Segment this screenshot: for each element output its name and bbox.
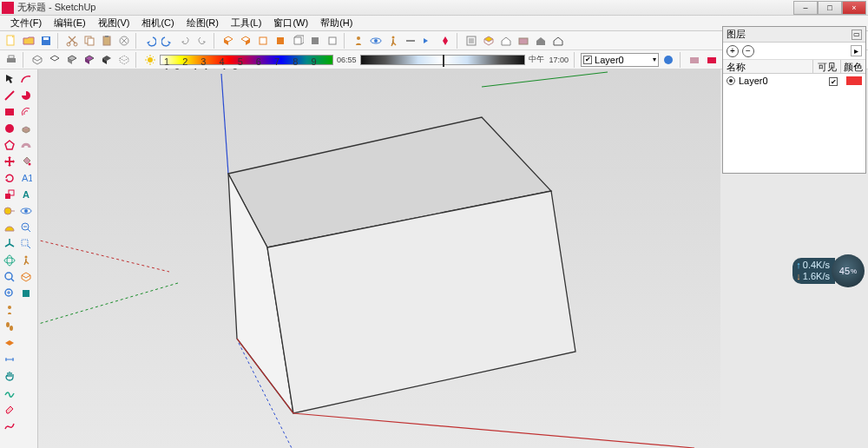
plugin-tool[interactable] (18, 286, 34, 301)
layers-menu-button[interactable]: ▸ (851, 45, 862, 56)
camera-top-button[interactable] (255, 33, 271, 49)
text-tool[interactable]: A1 (18, 170, 34, 186)
open-file-button[interactable] (21, 33, 36, 49)
orbit-tool[interactable] (2, 253, 17, 268)
shaded-tex-button[interactable] (82, 52, 97, 68)
circle-tool[interactable] (2, 121, 17, 136)
monochrome-button[interactable] (99, 52, 115, 68)
offset-tool[interactable] (18, 104, 34, 120)
menu-file[interactable]: 文件(F) (5, 16, 47, 30)
scale-tool[interactable] (2, 187, 17, 202)
toggle-2-button[interactable] (437, 33, 453, 49)
footprints-tool[interactable] (2, 319, 17, 334)
layer-row[interactable]: Layer0 ✔ (723, 74, 865, 88)
viewport[interactable] (0, 69, 720, 448)
col-name[interactable]: 名称 (723, 60, 813, 73)
zoom-window-tool[interactable] (18, 236, 34, 252)
look-around-button[interactable] (368, 33, 384, 49)
add-layer-button[interactable]: + (727, 45, 739, 57)
move-tool[interactable] (2, 154, 17, 169)
minimize-button[interactable]: – (793, 1, 818, 15)
remove-layer-button[interactable]: − (742, 45, 754, 57)
paste-button[interactable] (99, 33, 115, 49)
select-tool[interactable] (2, 71, 17, 87)
menu-tools[interactable]: 工具(L) (226, 16, 266, 30)
polygon-tool[interactable] (2, 137, 17, 153)
camera-right-button[interactable] (290, 33, 306, 49)
rotate-tool[interactable] (2, 170, 17, 186)
layer-visible-checkbox[interactable]: ✔ (829, 77, 838, 86)
warehouse-2-button[interactable] (704, 52, 720, 68)
look-tool[interactable] (18, 203, 34, 219)
redo-button[interactable] (160, 33, 175, 49)
section-button[interactable] (403, 33, 418, 49)
position-camera-tool[interactable] (2, 302, 17, 318)
freehand-tool[interactable] (2, 418, 17, 433)
maximize-button[interactable]: □ (818, 1, 842, 15)
follow-me-tool[interactable] (18, 137, 34, 153)
tape-tool[interactable] (2, 203, 17, 219)
menu-view[interactable]: 视图(V) (93, 16, 135, 30)
section-tool[interactable] (2, 335, 17, 351)
paint-bucket-tool[interactable] (18, 154, 34, 169)
prev-view-tool[interactable] (18, 220, 34, 235)
current-layer-dropdown[interactable]: ✔ Layer0 ▾ (581, 53, 659, 67)
portfolio-button[interactable] (516, 33, 531, 49)
hidden-line-button[interactable] (47, 52, 62, 68)
layer-manager-button[interactable] (661, 52, 676, 68)
zoom-extents-tool[interactable] (2, 286, 17, 301)
color-scale[interactable]: 1 2 3 4 5 6 7 8 9 10 11 12 (160, 55, 333, 65)
time-slider[interactable] (360, 55, 525, 65)
delete-button[interactable] (116, 33, 132, 49)
toggle-1-button[interactable] (420, 33, 436, 49)
small-house-button[interactable] (498, 33, 514, 49)
new-file-button[interactable] (3, 33, 19, 49)
layer-color-swatch[interactable] (846, 76, 862, 85)
redo-step-button[interactable] (194, 33, 210, 49)
layers-panel-header[interactable]: 图层 ▭ (723, 27, 865, 43)
eraser-tool[interactable] (2, 401, 17, 417)
xray-button[interactable] (116, 52, 132, 68)
shaded-button[interactable] (64, 52, 80, 68)
protractor-tool[interactable] (2, 220, 17, 235)
camera-left-button[interactable] (325, 33, 340, 49)
pan-tool[interactable] (2, 368, 17, 384)
push-pull-tool[interactable] (18, 121, 34, 136)
wireframe-button[interactable] (30, 52, 45, 68)
line-tool[interactable] (2, 88, 17, 103)
sun-button[interactable] (142, 52, 158, 68)
warehouse-1-button[interactable] (687, 52, 702, 68)
undo-step-button[interactable] (177, 33, 193, 49)
3d-text-tool[interactable]: A (18, 187, 34, 202)
save-button[interactable] (38, 33, 54, 49)
print-button[interactable] (3, 52, 19, 68)
menu-help[interactable]: 帮助(H) (315, 16, 358, 30)
style-button[interactable] (533, 33, 549, 49)
walk-button[interactable] (385, 33, 401, 49)
cut-button[interactable] (64, 33, 80, 49)
col-color[interactable]: 颜色 (841, 60, 865, 73)
walk-tool[interactable] (18, 253, 34, 268)
axes-tool[interactable] (2, 236, 17, 252)
camera-back-button[interactable] (307, 33, 323, 49)
person-view-button[interactable] (351, 33, 366, 49)
arc-tool[interactable] (18, 71, 34, 87)
menu-edit[interactable]: 编辑(E) (49, 16, 91, 30)
undo-button[interactable] (142, 33, 158, 49)
component-button[interactable] (481, 33, 496, 49)
close-button[interactable]: × (842, 1, 866, 15)
section-display-tool[interactable] (18, 269, 34, 285)
menu-window[interactable]: 窗口(W) (268, 16, 313, 30)
outliner-button[interactable] (464, 33, 479, 49)
layers-panel-collapse[interactable]: ▭ (852, 30, 862, 40)
menu-draw[interactable]: 绘图(R) (181, 16, 224, 30)
col-visible[interactable]: 可见 (813, 60, 841, 73)
copy-button[interactable] (82, 33, 97, 49)
percent-disc[interactable]: 45% (832, 254, 865, 287)
dimension-tool[interactable] (2, 352, 17, 367)
menu-camera[interactable]: 相机(C) (136, 16, 179, 30)
pie-tool[interactable] (18, 88, 34, 103)
camera-iso2-button[interactable] (238, 33, 253, 49)
home-button[interactable] (550, 33, 566, 49)
zoom-tool[interactable] (2, 269, 17, 285)
